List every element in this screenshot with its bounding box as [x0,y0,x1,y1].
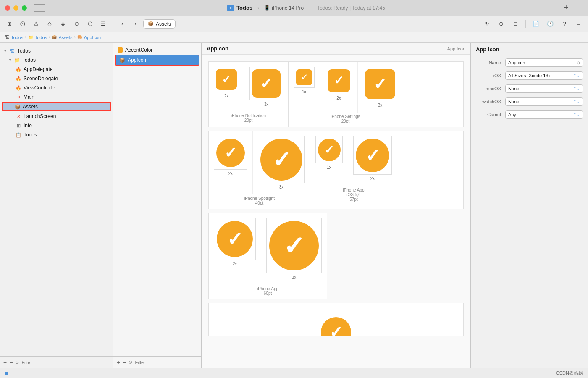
project-navigator-button[interactable]: ⊞ [3,19,15,29]
remove-nav-button[interactable]: − [9,359,13,366]
inspector-name-clear[interactable]: ⊙ [577,60,580,65]
spotlight-section: ✓ 2x ✓ 3x [209,131,310,209]
assets-item-appicon[interactable]: 📦 AppIcon [115,55,200,66]
assets-tab-label: Assets [156,21,171,27]
icon-cell-app60-2x[interactable]: ✓ 2x [209,213,261,285]
inspector-macos-select[interactable]: None ⌃⌄ [505,84,583,93]
inspector-name-label: Name [476,60,501,65]
assets-footer: + − ⊙ [113,356,201,368]
breadcrumb-todos2[interactable]: Todos [35,35,47,40]
assets-item-accentcolor[interactable]: AccentColor [113,43,201,54]
breadcrumb-appicon[interactable]: AppIcon [84,35,101,40]
content-header: AppIcon App Icon [202,43,470,55]
add-tab-button[interactable]: + [562,4,570,12]
nav-filter-input[interactable] [21,359,110,366]
nav-todos-folder-label: Todos [22,57,36,63]
info-plist-icon: ⊞ [15,123,22,129]
inspector-gamut-select[interactable]: Any ⌃⌄ [505,110,583,119]
navigator-panel: ▼ 🏗 Todos ▼ 📁 Todos 🔥 AppDelegate 🔥 Scen… [0,43,113,368]
icon-cell-app56-2x[interactable]: ✓ 2x [348,131,397,186]
inspector-watchos-label: watchOS [476,99,501,104]
appicon-notif-3x: ✓ [252,69,281,98]
filter-icon-asset[interactable]: ⊙ [129,360,132,365]
forward-button[interactable]: › [130,19,142,29]
icon-row-2: ✓ 2x ✓ 3x [208,131,464,209]
icon-cell-app56-1x[interactable]: ✓ 1x [310,131,348,186]
inspector-gamut-label: Gamut [476,112,501,117]
icon-cell-settings-2x[interactable]: ✓ 2x [320,62,358,113]
filter-icon-nav[interactable]: ⊙ [15,360,19,365]
bookmark-button[interactable]: ◇ [44,19,55,29]
icon-canvas-notif-2x: ✓ [214,67,239,92]
nav-item-todos-folder[interactable]: ▼ 📁 Todos [0,55,113,65]
nav-item-main[interactable]: ✕ Main [0,92,113,102]
icon-canvas-spotlight-3x: ✓ [258,136,305,183]
nav-item-todos-file[interactable]: 📋 Todos [0,130,113,139]
window-layout-icon[interactable] [574,5,583,11]
nav-launchscreen-label: LaunchScreen [24,113,56,119]
checkmark-settings-1x: ✓ [301,72,308,82]
minimize-button[interactable] [13,5,18,10]
icon-cell-settings-1x[interactable]: ✓ 1x [289,62,320,113]
maximize-button[interactable] [22,5,27,10]
inspector-watchos-select[interactable]: None ⌃⌄ [505,97,583,106]
nav-item-scenedelegate[interactable]: 🔥 SceneDelegate [0,74,113,83]
icon-canvas-notif-3x: ✓ [249,67,283,100]
nav-item-info[interactable]: ⊞ Info [0,121,113,130]
quick-help-button[interactable]: ? [559,19,570,29]
assets-tab[interactable]: 📦 Assets [143,19,176,29]
spotlight-2x-label: 2x [228,171,233,176]
checkmark-app56-2x: ✓ [365,145,380,166]
icon-canvas-settings-3x: ✓ [363,67,397,101]
notif-3x-label: 3x [264,102,269,107]
icon-cell-app60-3x[interactable]: ✓ 3x [261,213,327,285]
icon-cell-notif-2x[interactable]: ✓ 2x [209,62,244,112]
content-header-label: App Icon [447,46,465,51]
titlebar-right: + [562,4,583,12]
inspector-panel: App Icon Name AppIcon ⊙ iOS All Sizes (X… [470,43,588,368]
sidebar-toggle-icon[interactable] [34,4,45,12]
refresh-button[interactable]: ↻ [481,19,493,29]
breadcrumb-todos1[interactable]: Todos [11,35,23,40]
notification-section: ✓ 2x ✓ 3x [209,62,289,127]
inspector-ios-select[interactable]: All Sizes (Xcode 13) ⌃⌄ [505,71,583,80]
profile-button[interactable]: ☰ [97,19,109,29]
panel-button[interactable]: ⊟ [509,19,521,29]
file-inspector-button[interactable]: 📄 [530,19,542,29]
icon-cell-notif-3x[interactable]: ✓ 3x [244,62,288,112]
history-button[interactable]: 🕐 [544,19,556,29]
appicon-app56-2x: ✓ [356,139,389,172]
breadcrumb-assets[interactable]: Assets [58,35,72,40]
nav-item-appdelegate[interactable]: 🔥 AppDelegate [0,65,113,74]
appicon-app60-3x: ✓ [269,221,319,270]
back-button[interactable]: ‹ [116,19,128,29]
nav-item-assets[interactable]: 📦 Assets [2,102,111,111]
zoom-button[interactable]: ⊙ [495,19,507,29]
source-control-button[interactable] [17,19,29,29]
assets-filter-input[interactable] [135,359,198,366]
icon-cell-settings-3x[interactable]: ✓ 3x [358,62,402,113]
inspector-macos-value: None [508,86,519,91]
assets-tab-icon: 📦 [148,21,154,26]
test-button[interactable]: ⊙ [71,19,82,29]
traffic-lights [5,5,27,10]
warning-button[interactable]: ⚠ [30,19,42,29]
remove-asset-button[interactable]: − [123,359,126,366]
nav-item-root-todos[interactable]: ▼ 🏗 Todos [0,46,113,55]
add-asset-button[interactable]: + [117,359,120,366]
checkmark-spotlight-3x: ✓ [272,147,291,173]
nav-item-launchscreen[interactable]: ✕ LaunchScreen [0,112,113,121]
attributes-button[interactable]: ≡ [573,19,585,29]
inspector-name-field[interactable]: AppIcon ⊙ [505,58,583,67]
close-button[interactable] [5,5,10,10]
appicon-spotlight-3x: ✓ [260,139,302,181]
memory-button[interactable]: ⬡ [84,19,96,29]
nav-info-label: Info [24,123,32,129]
breakpoint-button[interactable]: ◈ [57,19,69,29]
nav-item-viewcontroller[interactable]: 🔥 ViewController [0,83,113,92]
add-nav-button[interactable]: + [3,359,7,366]
breadcrumb-sep1: › [257,5,259,11]
icon-cell-spotlight-3x[interactable]: ✓ 3x [253,131,310,194]
device-breadcrumb: 📱 iPhone 14 Pro [264,5,304,11]
icon-cell-spotlight-2x[interactable]: ✓ 2x [209,131,253,194]
